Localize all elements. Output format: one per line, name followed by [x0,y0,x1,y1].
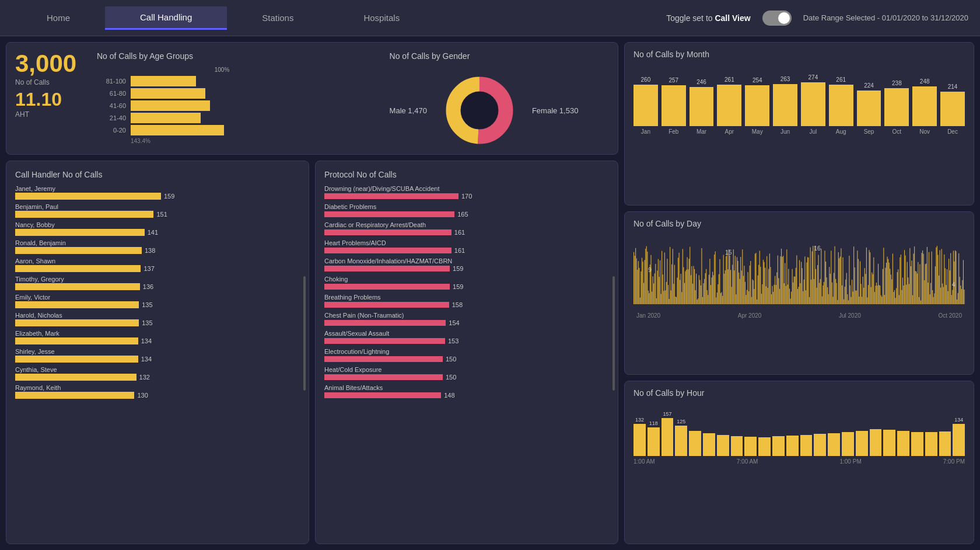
svg-rect-265 [871,287,872,304]
svg-rect-330 [929,294,930,304]
svg-rect-198 [810,248,811,304]
day-axis-label: Jan 2020 [636,312,660,319]
svg-rect-269 [874,292,875,304]
scrollbar[interactable] [303,276,306,391]
handler-bar-wrap: 130 [15,392,300,399]
handler-list: Janet, Jeremy 159 Benjamin, Paul 151 Nan… [15,185,300,399]
svg-rect-102 [723,255,724,304]
protocol-val: 154 [449,319,459,326]
svg-rect-223 [832,297,833,304]
svg-text:4: 4 [952,281,956,288]
handler-name: Ronald, Benjamin [15,239,300,246]
nav-tabs: Home Call Handling Stations Hospitals [12,6,435,30]
handler-bar [15,265,141,272]
gender-title: No of Calls by Gender [390,51,579,61]
call-handler-title: Call Handler No of Calls [15,170,300,179]
svg-rect-298 [901,255,901,304]
svg-rect-343 [942,249,942,304]
age-bar [131,100,210,111]
svg-rect-259 [865,274,866,304]
protocol-bar-wrap: 165 [324,211,609,218]
tab-hospitals[interactable]: Hospitals [328,6,435,30]
svg-rect-7 [637,270,638,304]
hour-bar [703,433,715,456]
svg-rect-334 [933,297,934,304]
protocol-bar-wrap: 161 [324,247,609,254]
svg-rect-47 [673,284,674,304]
hour-bar [634,424,646,456]
age-bar [131,88,205,99]
handler-bar [15,392,134,399]
handler-name: Harold, Nicholas [15,312,300,319]
svg-rect-237 [845,280,846,304]
svg-rect-128 [747,290,747,304]
svg-rect-160 [776,285,776,304]
svg-rect-289 [892,253,893,304]
svg-rect-168 [783,256,783,304]
handler-val: 132 [139,374,150,381]
hour-bar-wrap [772,435,785,456]
protocol-name: Carbon Monoxide/Inhalation/HAZMAT/CBRN [324,257,609,264]
tab-stations[interactable]: Stations [227,6,328,30]
right-panel: No of Calls by Month 260 Jan 257 Feb 246… [624,42,974,544]
handler-val: 134 [141,356,152,363]
protocol-bar-wrap: 161 [324,229,609,236]
protocol-scrollbar[interactable] [612,276,615,391]
svg-rect-304 [906,285,907,304]
svg-rect-341 [940,250,940,304]
svg-rect-263 [869,250,869,304]
svg-rect-280 [884,295,885,304]
svg-rect-180 [794,276,794,304]
age-bar-container: 81-100 61-80 41-60 21-40 0-20 [97,76,347,135]
svg-rect-140 [758,276,758,304]
svg-rect-253 [860,261,860,304]
svg-rect-257 [863,288,864,304]
svg-rect-201 [813,246,813,304]
svg-rect-72 [696,274,696,304]
svg-rect-226 [835,279,836,304]
month-value-label: 246 [696,79,706,85]
toggle-switch[interactable] [762,11,792,26]
hour-bar-wrap [758,436,771,456]
protocol-bar [324,193,459,199]
svg-rect-142 [760,250,760,304]
svg-rect-35 [663,274,663,304]
svg-rect-243 [850,297,851,304]
bottom-cards: Call Handler No of Calls Janet, Jeremy 1… [6,161,618,544]
svg-rect-155 [771,294,772,304]
svg-rect-316 [917,273,918,304]
protocol-bar [324,284,450,290]
age-groups-100pct: 100% [97,67,347,73]
svg-text:15: 15 [725,249,732,256]
hour-bar-wrap [744,436,757,456]
day-card: No of Calls by Day 915164 Jan 2020Apr 20… [624,211,974,375]
svg-rect-77 [701,286,701,304]
svg-rect-294 [897,272,898,304]
hour-bar [800,435,813,456]
svg-rect-256 [863,277,863,304]
svg-rect-62 [687,257,688,304]
age-row: 61-80 [97,88,347,99]
protocol-bar [324,392,441,398]
tab-home[interactable]: Home [12,6,105,30]
svg-rect-152 [768,269,769,304]
svg-rect-130 [748,291,749,304]
month-bar [745,85,769,126]
day-chart: 915164 Jan 2020Apr 2020Jul 2020Oct 2020 [634,234,965,322]
protocol-bar-wrap: 159 [324,283,609,290]
svg-rect-89 [711,277,712,304]
protocol-bar-wrap: 150 [324,356,609,363]
hour-bar-wrap: 134 [953,417,965,456]
protocol-row: Assault/Sexual Assault 153 [324,330,609,344]
protocol-name: Heat/Cold Exposure [324,366,609,373]
svg-rect-315 [916,271,916,304]
svg-rect-186 [799,260,800,304]
svg-rect-105 [726,256,726,304]
month-card: No of Calls by Month 260 Jan 257 Feb 246… [624,42,974,206]
svg-rect-202 [814,279,814,304]
tab-call-handling[interactable]: Call Handling [105,6,227,30]
hour-card: No of Calls by Hour 132 118 157 125 [624,381,974,544]
svg-rect-224 [834,273,834,304]
handler-bar [15,193,161,200]
hour-bar [897,431,909,456]
